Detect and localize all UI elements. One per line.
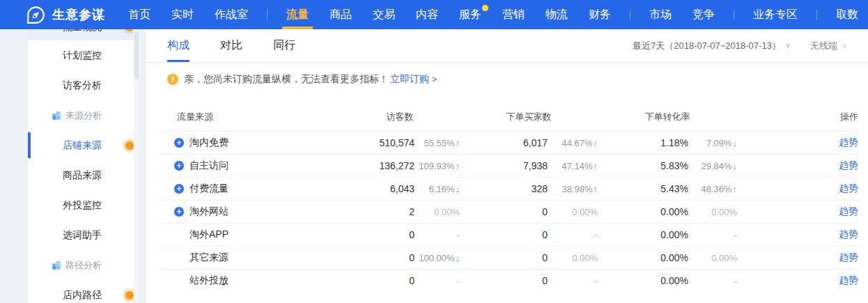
visitors-change: - xyxy=(414,276,460,286)
source-name: 站外投放 xyxy=(189,274,228,287)
sidebar-item-label: 路径分析 xyxy=(65,259,102,272)
source-name-cell: +自主访问 xyxy=(159,160,340,172)
sidebar-item-店铺来源[interactable]: 店铺来源 xyxy=(28,130,139,160)
notification-dot-icon xyxy=(482,5,488,11)
visitors-change: - xyxy=(414,230,460,240)
visitors-value: 2 xyxy=(340,206,414,217)
hot-dot-icon xyxy=(125,141,134,150)
buyers-value: 0 xyxy=(460,252,548,263)
arrow-right-icon: > xyxy=(432,75,437,84)
sidebar-item-外投监控[interactable]: 外投监控 xyxy=(28,190,139,220)
change-value: 0.00% xyxy=(711,207,737,217)
action-cell: 趋势 xyxy=(737,251,860,264)
sidebar-scrollbar[interactable] xyxy=(134,29,139,303)
tabs: 构成对比同行 xyxy=(167,29,326,62)
expand-plus-icon[interactable]: + xyxy=(174,207,184,217)
app-title: 生意参谋 xyxy=(52,6,105,23)
tab-bar: 构成对比同行 最近7天（2018-07-07~2018-07-13） ∨ 无线端… xyxy=(146,29,868,63)
source-name-cell: +淘外网站 xyxy=(159,205,340,218)
action-cell: 趋势 xyxy=(737,205,860,218)
notice-text: 亲，您尚未订购流量纵横，无法查看更多指标！ xyxy=(184,73,389,86)
nav-item-流量[interactable]: 流量 xyxy=(281,0,314,29)
col-header-action: 操作 xyxy=(737,111,860,123)
scrollbar-thumb[interactable] xyxy=(134,31,139,79)
trend-link[interactable]: 趋势 xyxy=(839,228,858,240)
change-value: 0.00% xyxy=(711,253,737,263)
expand-plus-icon[interactable]: + xyxy=(174,138,184,148)
conversion-value: 0.00% xyxy=(598,229,688,240)
sidebar: 流量概况计划监控访客分析来源分析店铺来源商品来源外投监控选词助手路径分析店内路径 xyxy=(28,29,139,303)
nav-item-首页[interactable]: 首页 xyxy=(123,0,156,29)
table-row-淘内免费: +淘内免费510,57455.55%↑6,01744.67%↑1.18%7.09… xyxy=(159,131,860,154)
sidebar-item-计划监控[interactable]: 计划监控 xyxy=(28,40,139,70)
sidebar-item-label: 外投监控 xyxy=(63,199,102,212)
source-name: 其它来源 xyxy=(189,251,228,264)
nav-menu: 首页实时作战室流量商品交易内容服务营销物流财务市场竞争业务专区取数学院 xyxy=(118,0,868,29)
sidebar-section-来源分析: 来源分析 xyxy=(28,100,139,130)
nav-item-市场[interactable]: 市场 xyxy=(644,0,677,29)
nav-item-交易[interactable]: 交易 xyxy=(367,0,401,29)
nav-item-实时[interactable]: 实时 xyxy=(166,0,199,29)
trend-link[interactable]: 趋势 xyxy=(839,182,858,194)
channel-select[interactable]: 无线端 ∨ xyxy=(810,40,847,52)
conversion-change: 0.00% xyxy=(688,207,737,217)
buyers-value: 0 xyxy=(460,206,548,217)
buyers-value: 0 xyxy=(460,275,548,286)
nav-item-营销[interactable]: 营销 xyxy=(497,0,530,29)
chevron-down-icon: ∨ xyxy=(842,42,847,49)
buyers-change: 47.14%↑ xyxy=(548,161,598,171)
sidebar-item-label: 店内路径 xyxy=(63,289,102,302)
change-value: 0.00% xyxy=(572,207,598,217)
sidebar-item-店内路径[interactable]: 店内路径 xyxy=(28,280,139,303)
table-body: +淘内免费510,57455.55%↑6,01744.67%↑1.18%7.09… xyxy=(159,131,860,292)
nav-item-竞争[interactable]: 竞争 xyxy=(687,0,720,29)
table-row-淘外APP: 淘外APP0-0-0.00%-趋势 xyxy=(159,223,860,246)
nav-item-商品[interactable]: 商品 xyxy=(324,0,357,29)
tab-同行[interactable]: 同行 xyxy=(273,29,295,62)
source-name-cell: 淘外APP xyxy=(159,228,340,241)
conversion-change: 29.84%↓ xyxy=(688,161,737,171)
expand-plus-icon[interactable]: + xyxy=(174,161,184,171)
sidebar-item-商品来源[interactable]: 商品来源 xyxy=(28,160,139,190)
visitors-change: 6.16%↓ xyxy=(414,184,460,194)
app-logo-icon[interactable] xyxy=(26,6,45,24)
nav-item-服务[interactable]: 服务 xyxy=(454,0,487,29)
change-value: 38.98% xyxy=(561,184,592,194)
trend-link[interactable]: 趋势 xyxy=(839,160,858,171)
change-value: 44.67% xyxy=(561,138,592,148)
trend-link[interactable]: 趋势 xyxy=(839,137,858,148)
sidebar-item-选词助手[interactable]: 选词助手 xyxy=(28,220,139,250)
visitors-value: 6,043 xyxy=(340,183,414,194)
nav-item-物流[interactable]: 物流 xyxy=(540,0,573,29)
nav-divider xyxy=(267,9,268,20)
nav-divider xyxy=(816,9,817,20)
buyers-value: 6,017 xyxy=(460,137,548,148)
nav-item-内容[interactable]: 内容 xyxy=(410,0,444,29)
nav-item-业务专区[interactable]: 业务专区 xyxy=(747,0,803,29)
sidebar-section-路径分析: 路径分析 xyxy=(28,250,139,280)
nav-item-财务[interactable]: 财务 xyxy=(583,0,617,29)
trend-link[interactable]: 趋势 xyxy=(839,205,858,217)
visitors-change: 55.55%↑ xyxy=(414,138,460,148)
nav-item-作战室[interactable]: 作战室 xyxy=(209,0,254,29)
action-cell: 趋势 xyxy=(737,182,860,195)
channel-value: 无线端 xyxy=(810,40,837,52)
expand-plus-icon[interactable]: + xyxy=(174,184,184,194)
trend-link[interactable]: 趋势 xyxy=(839,251,858,263)
source-name: 自主访问 xyxy=(189,160,228,172)
col-header-conversion: 下单转化率 xyxy=(598,111,737,123)
tab-对比[interactable]: 对比 xyxy=(220,29,242,62)
nav-divider xyxy=(734,9,734,20)
tab-构成[interactable]: 构成 xyxy=(167,29,189,62)
sidebar-item-访客分析[interactable]: 访客分析 xyxy=(28,70,139,100)
nav-divider xyxy=(630,9,630,20)
date-range-select[interactable]: 最近7天（2018-07-07~2018-07-13） ∨ xyxy=(633,40,791,52)
sidebar-item-label: 来源分析 xyxy=(65,109,102,122)
trend-link[interactable]: 趋势 xyxy=(839,274,858,286)
conversion-change: 7.09%↓ xyxy=(688,138,737,148)
change-value: 29.84% xyxy=(701,161,731,171)
source-name: 淘外APP xyxy=(189,228,228,241)
subscribe-link[interactable]: 立即订购 xyxy=(390,73,429,86)
conversion-value: 1.18% xyxy=(598,137,688,148)
nav-item-取数[interactable]: 取数 xyxy=(830,0,864,29)
